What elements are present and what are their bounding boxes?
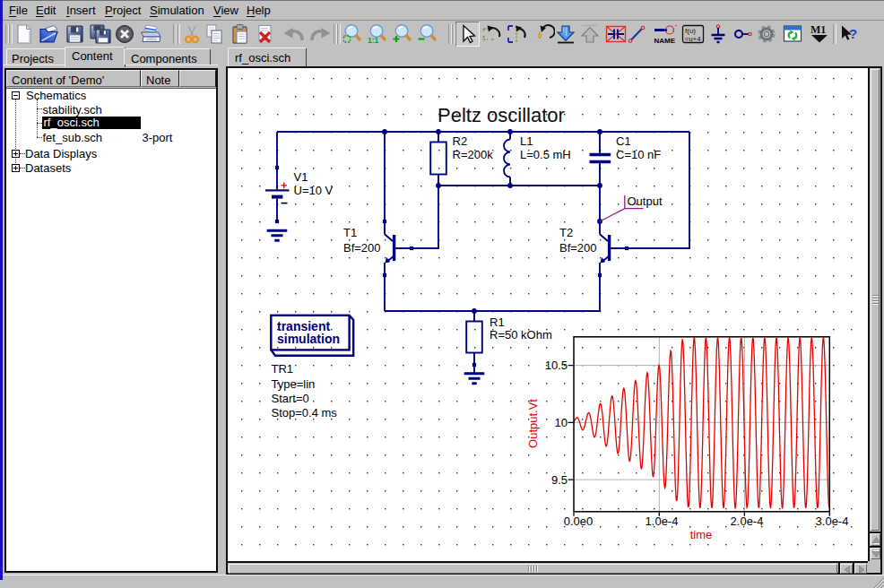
svg-text:R=200k: R=200k xyxy=(453,148,494,161)
svg-text:Type=lin: Type=lin xyxy=(272,377,316,391)
svg-text:T1: T1 xyxy=(343,226,357,239)
svg-text:Bf=200: Bf=200 xyxy=(343,241,381,255)
svg-text:2.0e-4: 2.0e-4 xyxy=(731,514,764,528)
svg-text:10: 10 xyxy=(555,416,568,429)
svg-text:Bf=200: Bf=200 xyxy=(559,241,597,255)
svg-text:9.5: 9.5 xyxy=(551,473,568,487)
svg-text:1.0e-4: 1.0e-4 xyxy=(646,514,679,528)
svg-text:time: time xyxy=(690,528,713,541)
svg-text:R1: R1 xyxy=(490,316,505,329)
svg-text:Output: Output xyxy=(628,195,663,208)
svg-text:TR1: TR1 xyxy=(272,362,294,376)
svg-text:R=50 kOhm: R=50 kOhm xyxy=(490,328,552,342)
svg-text:L=0.5 mH: L=0.5 mH xyxy=(520,148,571,161)
svg-text:f(u): f(u) xyxy=(685,27,696,35)
svg-text:1:1: 1:1 xyxy=(368,36,379,45)
svg-text:?: ? xyxy=(849,26,857,41)
svg-text:simulation: simulation xyxy=(277,332,340,346)
svg-text:Stop=0.4 ms: Stop=0.4 ms xyxy=(272,406,338,419)
svg-text:V1: V1 xyxy=(294,170,308,184)
svg-text:3.0e-4: 3.0e-4 xyxy=(816,514,849,528)
svg-text:M1: M1 xyxy=(810,23,826,36)
svg-text:L1: L1 xyxy=(520,134,533,148)
svg-text:Start=0: Start=0 xyxy=(272,392,309,405)
svg-text:10.5: 10.5 xyxy=(545,359,568,372)
svg-text:T2: T2 xyxy=(559,226,573,239)
svg-text:=u+4: =u+4 xyxy=(685,35,702,43)
svg-text:0.0e0: 0.0e0 xyxy=(564,514,594,528)
svg-text:Output.Vt: Output.Vt xyxy=(526,399,540,448)
svg-text:C=10 nF: C=10 nF xyxy=(616,148,661,161)
svg-text:C1: C1 xyxy=(616,134,631,148)
svg-text:R2: R2 xyxy=(453,134,468,148)
svg-text:Peltz oscillator: Peltz oscillator xyxy=(438,104,565,126)
svg-text:U=10 V: U=10 V xyxy=(294,184,334,197)
svg-text:NAME: NAME xyxy=(654,37,676,45)
